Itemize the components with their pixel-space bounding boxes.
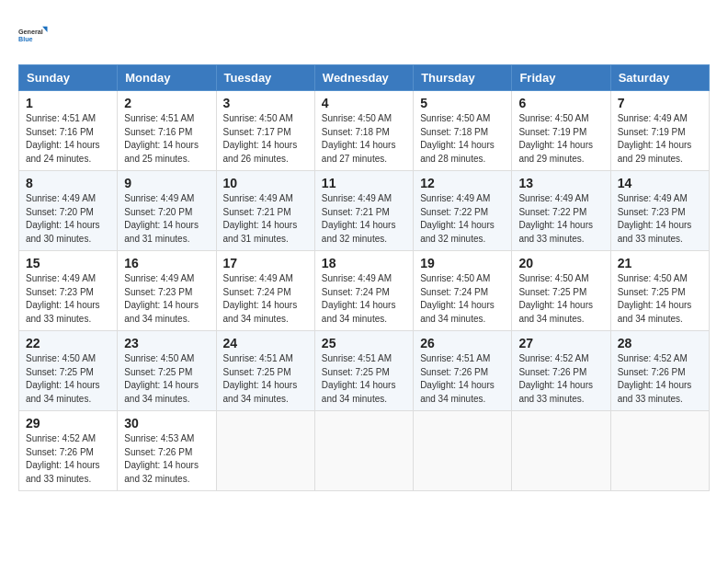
calendar-cell: [216, 411, 314, 491]
calendar-cell: [512, 411, 610, 491]
day-number: 16: [124, 256, 209, 270]
day-info: Sunrise: 4:50 AMSunset: 7:18 PMDaylight:…: [322, 112, 406, 166]
day-number: 11: [322, 176, 406, 190]
calendar-header-friday: Friday: [512, 65, 610, 91]
day-number: 14: [618, 176, 702, 190]
day-number: 25: [322, 336, 406, 350]
day-number: 21: [618, 256, 702, 270]
day-number: 24: [223, 336, 308, 350]
logo-icon: GeneralBlue: [18, 18, 51, 52]
day-info: Sunrise: 4:49 AMSunset: 7:24 PMDaylight:…: [223, 272, 308, 326]
calendar-cell: 15Sunrise: 4:49 AMSunset: 7:23 PMDayligh…: [19, 251, 118, 331]
day-info: Sunrise: 4:49 AMSunset: 7:20 PMDaylight:…: [124, 192, 209, 246]
calendar-cell: 23Sunrise: 4:50 AMSunset: 7:25 PMDayligh…: [118, 331, 216, 411]
calendar-cell: 14Sunrise: 4:49 AMSunset: 7:23 PMDayligh…: [610, 171, 709, 251]
day-number: 30: [124, 416, 209, 431]
day-info: Sunrise: 4:49 AMSunset: 7:19 PMDaylight:…: [618, 112, 702, 166]
day-number: 12: [420, 176, 505, 190]
calendar-week-4: 22Sunrise: 4:50 AMSunset: 7:25 PMDayligh…: [19, 331, 710, 411]
calendar-cell: 12Sunrise: 4:49 AMSunset: 7:22 PMDayligh…: [414, 171, 512, 251]
calendar-table: SundayMondayTuesdayWednesdayThursdayFrid…: [18, 64, 710, 491]
calendar-cell: [610, 411, 709, 491]
day-number: 8: [26, 176, 110, 190]
calendar-cell: 13Sunrise: 4:49 AMSunset: 7:22 PMDayligh…: [512, 171, 610, 251]
calendar-header-monday: Monday: [118, 65, 216, 91]
day-info: Sunrise: 4:52 AMSunset: 7:26 PMDaylight:…: [26, 432, 110, 486]
day-info: Sunrise: 4:49 AMSunset: 7:23 PMDaylight:…: [124, 272, 209, 326]
day-number: 18: [322, 256, 406, 270]
svg-text:General: General: [18, 28, 43, 36]
calendar-cell: 20Sunrise: 4:50 AMSunset: 7:25 PMDayligh…: [512, 251, 610, 331]
day-number: 2: [124, 96, 209, 110]
logo: GeneralBlue: [18, 18, 51, 52]
day-number: 4: [322, 96, 406, 110]
day-info: Sunrise: 4:50 AMSunset: 7:17 PMDaylight:…: [223, 112, 308, 166]
day-info: Sunrise: 4:49 AMSunset: 7:20 PMDaylight:…: [26, 192, 110, 246]
day-info: Sunrise: 4:49 AMSunset: 7:22 PMDaylight:…: [420, 192, 505, 246]
calendar-header-saturday: Saturday: [610, 65, 709, 91]
day-info: Sunrise: 4:50 AMSunset: 7:19 PMDaylight:…: [518, 112, 603, 166]
svg-marker-2: [42, 27, 47, 32]
day-info: Sunrise: 4:50 AMSunset: 7:25 PMDaylight:…: [124, 352, 209, 406]
day-info: Sunrise: 4:53 AMSunset: 7:26 PMDaylight:…: [124, 432, 209, 486]
calendar-cell: 24Sunrise: 4:51 AMSunset: 7:25 PMDayligh…: [216, 331, 314, 411]
calendar-header-sunday: Sunday: [19, 65, 118, 91]
header: GeneralBlue: [18, 18, 710, 52]
day-info: Sunrise: 4:50 AMSunset: 7:25 PMDaylight:…: [518, 272, 603, 326]
day-number: 10: [223, 176, 308, 190]
day-info: Sunrise: 4:51 AMSunset: 7:16 PMDaylight:…: [124, 112, 209, 166]
day-info: Sunrise: 4:49 AMSunset: 7:24 PMDaylight:…: [322, 272, 406, 326]
day-number: 1: [26, 96, 110, 110]
calendar-cell: 27Sunrise: 4:52 AMSunset: 7:26 PMDayligh…: [512, 331, 610, 411]
svg-text:Blue: Blue: [18, 35, 33, 43]
calendar-week-3: 15Sunrise: 4:49 AMSunset: 7:23 PMDayligh…: [19, 251, 710, 331]
day-number: 19: [420, 256, 505, 270]
day-number: 22: [26, 336, 110, 350]
calendar-cell: 6Sunrise: 4:50 AMSunset: 7:19 PMDaylight…: [512, 91, 610, 171]
calendar-week-2: 8Sunrise: 4:49 AMSunset: 7:20 PMDaylight…: [19, 171, 710, 251]
calendar-cell: 29Sunrise: 4:52 AMSunset: 7:26 PMDayligh…: [19, 411, 118, 491]
day-info: Sunrise: 4:50 AMSunset: 7:25 PMDaylight:…: [618, 272, 702, 326]
calendar-cell: 8Sunrise: 4:49 AMSunset: 7:20 PMDaylight…: [19, 171, 118, 251]
day-info: Sunrise: 4:51 AMSunset: 7:26 PMDaylight:…: [420, 352, 505, 406]
calendar-cell: 17Sunrise: 4:49 AMSunset: 7:24 PMDayligh…: [216, 251, 314, 331]
calendar-cell: 7Sunrise: 4:49 AMSunset: 7:19 PMDaylight…: [610, 91, 709, 171]
day-info: Sunrise: 4:51 AMSunset: 7:25 PMDaylight:…: [322, 352, 406, 406]
calendar-cell: 19Sunrise: 4:50 AMSunset: 7:24 PMDayligh…: [414, 251, 512, 331]
calendar-cell: 30Sunrise: 4:53 AMSunset: 7:26 PMDayligh…: [118, 411, 216, 491]
day-number: 28: [618, 336, 702, 350]
day-number: 26: [420, 336, 505, 350]
day-number: 15: [26, 256, 110, 270]
day-number: 6: [518, 96, 603, 110]
calendar-cell: 4Sunrise: 4:50 AMSunset: 7:18 PMDaylight…: [314, 91, 413, 171]
day-number: 13: [518, 176, 603, 190]
calendar-week-1: 1Sunrise: 4:51 AMSunset: 7:16 PMDaylight…: [19, 91, 710, 171]
calendar-header-wednesday: Wednesday: [314, 65, 413, 91]
calendar-cell: 9Sunrise: 4:49 AMSunset: 7:20 PMDaylight…: [118, 171, 216, 251]
day-info: Sunrise: 4:50 AMSunset: 7:24 PMDaylight:…: [420, 272, 505, 326]
calendar-cell: 16Sunrise: 4:49 AMSunset: 7:23 PMDayligh…: [118, 251, 216, 331]
day-number: 23: [124, 336, 209, 350]
day-info: Sunrise: 4:50 AMSunset: 7:25 PMDaylight:…: [26, 352, 110, 406]
day-number: 7: [618, 96, 702, 110]
day-info: Sunrise: 4:49 AMSunset: 7:23 PMDaylight:…: [618, 192, 702, 246]
calendar-header-row: SundayMondayTuesdayWednesdayThursdayFrid…: [19, 65, 710, 91]
calendar-header-thursday: Thursday: [414, 65, 512, 91]
day-number: 29: [26, 416, 110, 431]
day-number: 27: [518, 336, 603, 350]
day-info: Sunrise: 4:50 AMSunset: 7:18 PMDaylight:…: [420, 112, 505, 166]
calendar-cell: [414, 411, 512, 491]
calendar-cell: 21Sunrise: 4:50 AMSunset: 7:25 PMDayligh…: [610, 251, 709, 331]
day-info: Sunrise: 4:49 AMSunset: 7:21 PMDaylight:…: [322, 192, 406, 246]
day-info: Sunrise: 4:51 AMSunset: 7:16 PMDaylight:…: [26, 112, 110, 166]
calendar-cell: 25Sunrise: 4:51 AMSunset: 7:25 PMDayligh…: [314, 331, 413, 411]
calendar-cell: 10Sunrise: 4:49 AMSunset: 7:21 PMDayligh…: [216, 171, 314, 251]
day-info: Sunrise: 4:52 AMSunset: 7:26 PMDaylight:…: [518, 352, 603, 406]
day-number: 5: [420, 96, 505, 110]
day-info: Sunrise: 4:51 AMSunset: 7:25 PMDaylight:…: [223, 352, 308, 406]
day-number: 9: [124, 176, 209, 190]
calendar-cell: [314, 411, 413, 491]
calendar-header-tuesday: Tuesday: [216, 65, 314, 91]
page: GeneralBlue SundayMondayTuesdayWednesday…: [0, 0, 728, 500]
calendar-cell: 28Sunrise: 4:52 AMSunset: 7:26 PMDayligh…: [610, 331, 709, 411]
